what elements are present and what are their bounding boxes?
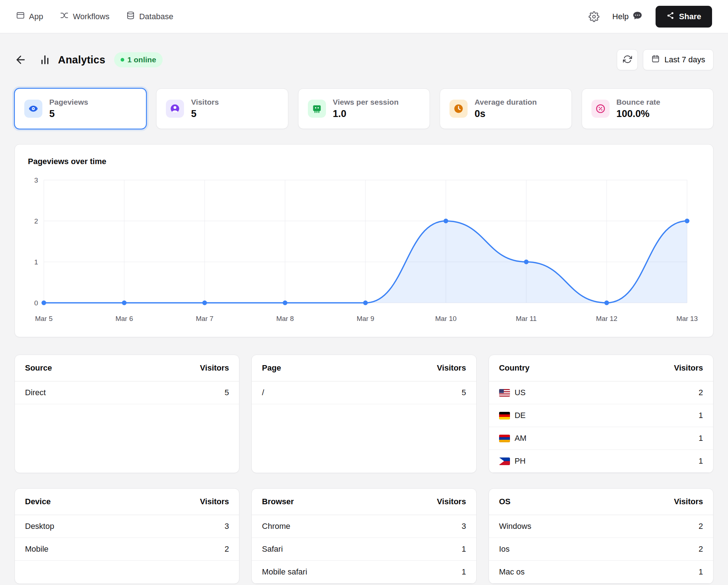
table-row: AM1 [489,427,713,450]
workflow-icon [60,11,69,22]
refresh-button[interactable] [617,49,638,70]
browser-table: Browser Visitors Chrome3Safari1Mobile sa… [251,488,476,584]
tables-row-1: Source Visitors Direct5 Page Visitors /5… [14,355,714,473]
main-nav: App Workflows Database [16,11,173,22]
source-table: Source Visitors Direct5 [14,355,239,473]
row-value: 2 [699,544,703,554]
page-header: Analytics 1 online Last 7 days [14,48,714,72]
table-value-header: Visitors [437,363,466,373]
row-value: 2 [225,544,229,554]
table-row: Chrome3 [252,515,476,538]
stat-value: 1.0 [333,108,399,120]
table-header: Browser [262,497,294,506]
help-label: Help [612,12,629,21]
share-button[interactable]: Share [656,6,712,28]
svg-text:Mar 5: Mar 5 [35,315,53,322]
row-value: 1 [461,567,466,577]
row-label: / [262,388,264,397]
svg-text:0: 0 [34,299,38,307]
svg-text:1: 1 [34,258,38,266]
svg-text:2: 2 [34,217,38,225]
calendar-icon [651,54,660,65]
nav-item-workflows[interactable]: Workflows [60,11,109,22]
stat-cards-row: Pageviews 5 Visitors 5 Views per session… [14,88,714,129]
svg-text:Mar 6: Mar 6 [116,315,133,322]
am-flag-icon [499,435,510,442]
row-label: AM [515,434,527,443]
table-row: US2 [489,381,713,404]
pageviews-chart-card: Pageviews over time 0123Mar 5Mar 6Mar 7M… [14,144,714,337]
table-row: /5 [252,381,476,404]
share-label: Share [679,12,701,21]
os-table: OS Visitors Windows2Ios2Mac os1 [489,488,714,584]
database-icon [126,11,135,22]
table-row: Safari1 [252,538,476,561]
de-flag-icon [499,412,510,419]
table-header: Device [25,497,51,506]
svg-text:Mar 10: Mar 10 [435,315,456,322]
table-row: Desktop3 [15,515,239,538]
table-row: Direct5 [15,381,239,404]
back-arrow-icon[interactable] [14,54,27,66]
row-label: Mobile [25,544,49,554]
svg-text:Mar 8: Mar 8 [276,315,294,322]
stat-label: Visitors [191,98,219,106]
svg-text:Mar 11: Mar 11 [516,315,537,322]
share-icon [666,12,674,22]
nav-item-database[interactable]: Database [126,11,173,22]
device-table: Device Visitors Desktop3Mobile2 [14,488,239,584]
row-label: Windows [499,522,531,531]
table-row: DE1 [489,404,713,427]
table-header: OS [499,497,511,506]
bar-chart-icon [34,54,51,66]
table-header: Source [25,363,52,373]
clock-icon [449,100,468,118]
row-value: 1 [699,456,703,466]
row-value: 2 [699,522,703,531]
row-value: 2 [699,388,703,397]
topbar: App Workflows Database Help [0,0,728,33]
session-window-icon [308,100,326,118]
svg-text:Mar 7: Mar 7 [196,315,214,322]
nav-item-app[interactable]: App [16,11,43,22]
table-row: Mobile2 [15,538,239,561]
stat-card-average-duration[interactable]: Average duration 0s [440,88,572,129]
ph-flag-icon [499,457,510,465]
stat-card-views-per-session[interactable]: Views per session 1.0 [298,88,430,129]
tables-row-2: Device Visitors Desktop3Mobile2 Browser … [14,488,714,584]
row-label: Mobile safari [262,567,307,577]
row-value: 1 [699,434,703,443]
stat-card-bounce-rate[interactable]: Bounce rate 100.0% [582,88,714,129]
row-value: 5 [461,388,466,397]
table-value-header: Visitors [437,497,466,506]
date-range-button[interactable]: Last 7 days [643,49,714,70]
stat-value: 5 [191,108,219,120]
table-row: Windows2 [489,515,713,538]
row-value: 1 [699,411,703,420]
table-header: Country [499,363,530,373]
chat-bubble-icon [632,11,643,23]
row-value: 1 [699,567,703,577]
table-row: Mobile safari1 [252,561,476,584]
row-value: 3 [461,522,466,531]
row-value: 5 [225,388,229,397]
stat-value: 0s [474,108,537,120]
pageviews-line-chart: 0123Mar 5Mar 6Mar 7Mar 8Mar 9Mar 10Mar 1… [28,175,701,325]
stat-label: Pageviews [49,98,88,106]
person-icon [166,100,184,118]
table-value-header: Visitors [200,497,229,506]
us-flag-icon [499,389,510,397]
svg-text:Mar 13: Mar 13 [676,315,698,322]
table-row: Mac os1 [489,561,713,584]
table-header: Page [262,363,281,373]
stat-card-visitors[interactable]: Visitors 5 [156,88,288,129]
help-button[interactable]: Help [612,11,643,23]
row-label: Ios [499,544,510,554]
stat-value: 100.0% [616,108,660,120]
refresh-icon [623,55,632,65]
table-value-header: Visitors [200,363,229,373]
row-label: DE [515,411,526,420]
page-table: Page Visitors /5 [251,355,476,473]
settings-gear-icon[interactable] [589,11,599,22]
stat-card-pageviews[interactable]: Pageviews 5 [14,88,146,129]
